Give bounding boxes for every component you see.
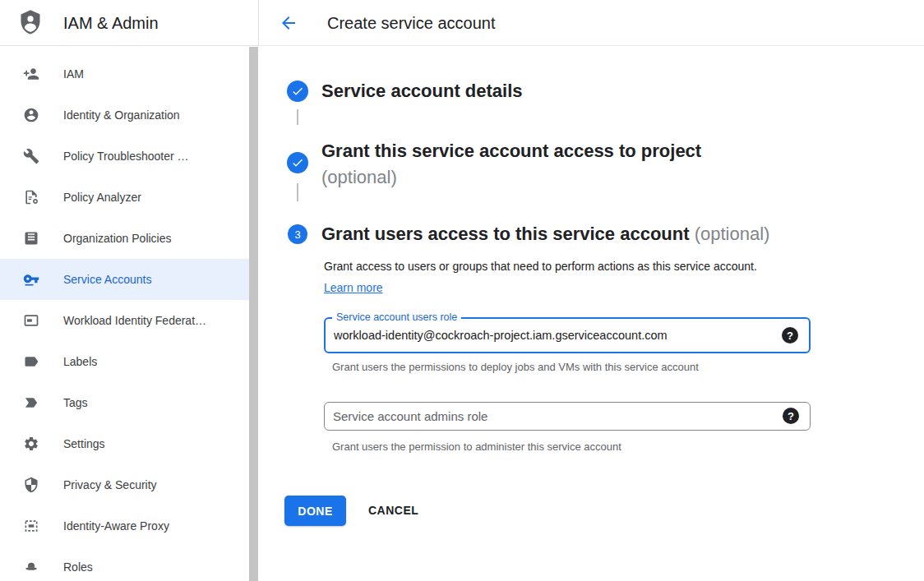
sidebar-item-label: Identity-Aware Proxy	[63, 519, 169, 533]
sidebar-item-label: Privacy & Security	[63, 478, 157, 491]
hat-icon	[23, 559, 39, 575]
users-role-input[interactable]	[326, 319, 809, 352]
step-3-number: 3	[294, 228, 300, 241]
done-button[interactable]: DONE	[284, 496, 346, 526]
service-account-users-role-field: Service account users role ?	[324, 317, 811, 353]
sidebar-item-iam[interactable]: IAM	[0, 53, 249, 95]
label-icon	[23, 353, 39, 370]
admins-role-input[interactable]	[325, 403, 810, 430]
cancel-button[interactable]: CANCEL	[368, 496, 418, 526]
sidebar-item-label: IAM	[63, 67, 84, 81]
sidebar: IAM & Admin IAM Identity & Organization …	[0, 0, 259, 581]
learn-more-link[interactable]: Learn more	[324, 281, 383, 294]
sidebar-item-label: Policy Troubleshooter …	[63, 150, 189, 163]
step-3-description-text: Grant access to users or groups that nee…	[324, 260, 757, 273]
sidebar-item-tags[interactable]: Tags	[0, 382, 249, 423]
badge-card-icon	[23, 312, 39, 329]
help-icon[interactable]: ?	[783, 408, 799, 424]
wrench-icon	[23, 148, 39, 164]
sidebar-item-policy-analyzer[interactable]: Policy Analyzer	[0, 177, 249, 218]
stepper-connector	[297, 183, 298, 201]
sidebar-item-label: Workload Identity Federat…	[63, 314, 206, 327]
step-2-title-text: Grant this service account access to pro…	[321, 141, 701, 161]
help-icon[interactable]: ?	[782, 327, 798, 344]
sidebar-item-policy-troubleshooter[interactable]: Policy Troubleshooter …	[0, 136, 249, 177]
proxy-frame-icon	[23, 518, 39, 534]
service-account-admins-role-field: ?	[324, 402, 811, 431]
step-3-description: Grant access to users or groups that nee…	[324, 256, 781, 298]
document-gear-icon	[23, 189, 39, 205]
sidebar-item-identity-organization[interactable]: Identity & Organization	[0, 95, 249, 136]
step-3-title: Grant users access to this service accou…	[321, 224, 769, 245]
users-role-helper-text: Grant users the permissions to deploy jo…	[332, 361, 699, 373]
sidebar-item-label: Policy Analyzer	[63, 191, 141, 204]
gear-icon	[23, 436, 39, 452]
step-2-optional-label: (optional)	[321, 164, 701, 191]
step-3-title-text: Grant users access to this service accou…	[321, 224, 690, 244]
users-role-field-label: Service account users role	[332, 311, 461, 323]
sidebar-item-settings[interactable]: Settings	[0, 423, 249, 464]
list-document-icon	[23, 230, 39, 247]
service-account-key-icon	[23, 271, 39, 288]
sidebar-item-label: Tags	[63, 396, 88, 409]
sidebar-item-label: Roles	[63, 560, 93, 574]
step-3-number-badge: 3	[288, 224, 307, 244]
page-header: Create service account	[259, 0, 924, 46]
page-title: Create service account	[327, 0, 496, 46]
account-circle-icon	[23, 107, 39, 123]
step-1-complete-check-icon	[287, 81, 308, 102]
step-2-title: Grant this service account access to pro…	[321, 138, 701, 191]
back-arrow-icon[interactable]	[279, 13, 298, 33]
sidebar-nav: IAM Identity & Organization Policy Troub…	[0, 47, 259, 581]
admins-role-helper-text: Grant users the permission to administer…	[332, 440, 621, 453]
sidebar-header: IAM & Admin	[0, 0, 259, 46]
step-2-complete-check-icon	[287, 152, 308, 173]
product-name: IAM & Admin	[63, 0, 159, 46]
iam-shield-person-icon	[18, 9, 43, 36]
sidebar-item-label: Settings	[63, 437, 105, 450]
step-3-optional-label: (optional)	[690, 224, 770, 244]
sidebar-item-label: Labels	[63, 355, 97, 368]
sidebar-item-label: Organization Policies	[63, 232, 172, 245]
main-content: Create service account Service account d…	[259, 0, 924, 581]
tag-arrow-icon	[23, 394, 39, 411]
sidebar-item-label: Service Accounts	[63, 273, 151, 286]
stepper-connector	[297, 109, 298, 125]
sidebar-item-labels[interactable]: Labels	[0, 341, 249, 382]
sidebar-item-workload-identity-federation[interactable]: Workload Identity Federat…	[0, 300, 249, 341]
sidebar-scrollbar[interactable]	[249, 47, 258, 581]
sidebar-item-organization-policies[interactable]: Organization Policies	[0, 218, 249, 259]
sidebar-item-roles[interactable]: Roles	[0, 546, 249, 581]
person-add-icon	[23, 66, 39, 82]
sidebar-item-service-accounts[interactable]: Service Accounts	[0, 259, 249, 300]
sidebar-item-privacy-security[interactable]: Privacy & Security	[0, 464, 249, 505]
sidebar-item-label: Identity & Organization	[63, 108, 180, 122]
sidebar-item-identity-aware-proxy[interactable]: Identity-Aware Proxy	[0, 505, 249, 546]
shield-half-icon	[23, 477, 39, 493]
step-1-title: Service account details	[321, 81, 523, 102]
